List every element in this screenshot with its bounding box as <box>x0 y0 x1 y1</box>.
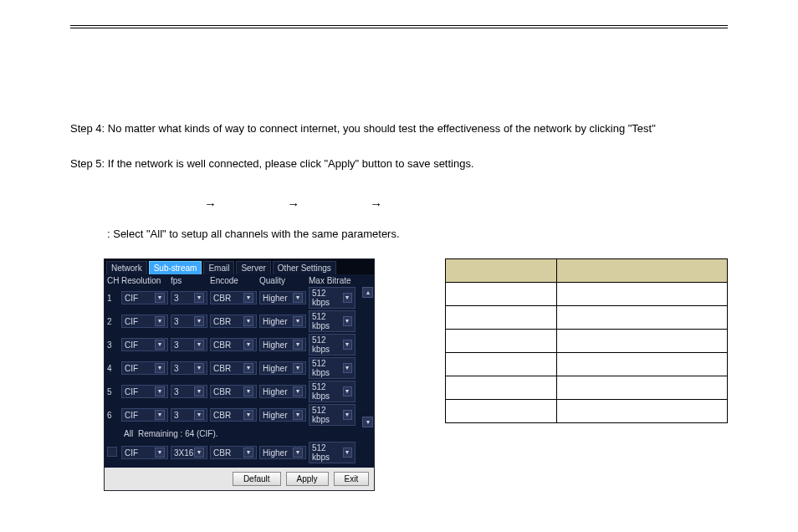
all-resolution-select[interactable]: CIF▾ <box>121 446 168 459</box>
chevron-down-icon: ▾ <box>155 293 165 303</box>
chevron-down-icon: ▾ <box>243 410 253 420</box>
parameter-table <box>445 258 728 423</box>
fps-select[interactable]: 3▾ <box>171 385 207 398</box>
encode-select[interactable]: CBR▾ <box>210 338 257 351</box>
encode-select[interactable]: CBR▾ <box>210 315 257 328</box>
param-name <box>446 330 557 353</box>
chevron-down-icon: ▾ <box>155 316 165 326</box>
quality-select[interactable]: Higher▾ <box>259 291 306 304</box>
chevron-down-icon: ▾ <box>243 340 253 350</box>
all-checkbox[interactable] <box>107 447 117 457</box>
channel-number: 6 <box>107 411 119 420</box>
col-fps: fps <box>171 276 207 285</box>
resolution-select[interactable]: CIF▾ <box>121 338 168 351</box>
param-value <box>557 283 728 306</box>
resolution-select-value: CIF <box>125 294 138 303</box>
all-quality-select[interactable]: Higher▾ <box>259 446 306 459</box>
resolution-select[interactable]: CIF▾ <box>121 408 168 422</box>
fps-select-value: 3 <box>174 411 179 420</box>
col-quality: Quality <box>259 276 306 285</box>
all-encode-select[interactable]: CBR▾ <box>210 446 257 459</box>
fps-select[interactable]: 3▾ <box>171 315 207 328</box>
encode-select[interactable]: CBR▾ <box>210 291 257 304</box>
resolution-select-value: CIF <box>125 364 138 373</box>
exit-button[interactable]: Exit <box>334 472 370 486</box>
scroll-up-icon[interactable]: ▴ <box>362 287 373 298</box>
param-value <box>557 306 728 330</box>
chevron-down-icon: ▾ <box>293 386 303 396</box>
dvr-tabs: Network Sub-stream Email Server Other Se… <box>105 259 374 274</box>
quality-select-value: Higher <box>263 364 287 373</box>
chevron-down-icon: ▾ <box>155 386 165 396</box>
fps-select[interactable]: 3▾ <box>171 291 207 304</box>
param-head-1 <box>446 259 557 283</box>
all-fps-select[interactable]: 3X16▾ <box>171 446 207 459</box>
resolution-select-value: CIF <box>125 340 138 350</box>
bitrate-select[interactable]: 512 kbps▾ <box>309 334 356 356</box>
quality-select[interactable]: Higher▾ <box>259 361 306 375</box>
scroll-down-icon[interactable]: ▾ <box>362 417 373 427</box>
tab-other-settings[interactable]: Other Settings <box>273 261 336 274</box>
tab-network[interactable]: Network <box>106 261 147 274</box>
table-header: CH Resolution fps Encode Quality Max Bit… <box>107 276 371 285</box>
chevron-down-icon: ▾ <box>343 293 352 303</box>
scrollbar[interactable]: ▴ ▾ <box>362 287 371 427</box>
chevron-down-icon: ▾ <box>194 363 204 373</box>
remaining-text: Remaining : 64 (CIF). <box>138 429 218 438</box>
param-name <box>446 283 557 306</box>
table-row: 1CIF▾3▾CBR▾Higher▾512 kbps▾ <box>107 287 361 309</box>
channel-number: 5 <box>107 387 119 396</box>
resolution-select[interactable]: CIF▾ <box>121 315 168 328</box>
resolution-select[interactable]: CIF▾ <box>121 291 168 304</box>
channel-number: 4 <box>107 364 119 373</box>
param-name <box>446 353 557 376</box>
bitrate-select[interactable]: 512 kbps▾ <box>309 381 356 402</box>
chevron-down-icon: ▾ <box>194 293 204 303</box>
table-row: 6CIF▾3▾CBR▾Higher▾512 kbps▾ <box>107 404 361 426</box>
encode-select[interactable]: CBR▾ <box>210 408 257 422</box>
note-text: : Select "All" to setup all channels wit… <box>107 228 728 240</box>
chevron-down-icon: ▾ <box>293 293 303 303</box>
quality-select[interactable]: Higher▾ <box>259 385 306 398</box>
encode-select[interactable]: CBR▾ <box>210 385 257 398</box>
encode-select-value: CBR <box>213 387 231 396</box>
tab-sub-stream[interactable]: Sub-stream <box>149 261 202 274</box>
bitrate-select-value: 512 kbps <box>312 406 343 424</box>
quality-select[interactable]: Higher▾ <box>259 315 306 328</box>
param-value <box>557 400 728 423</box>
fps-select[interactable]: 3▾ <box>171 361 207 375</box>
bitrate-select[interactable]: 512 kbps▾ <box>309 287 356 309</box>
dvr-panel: Network Sub-stream Email Server Other Se… <box>104 258 375 491</box>
quality-select-value: Higher <box>263 317 287 326</box>
chevron-down-icon: ▾ <box>343 386 352 396</box>
table-row: 3CIF▾3▾CBR▾Higher▾512 kbps▾ <box>107 334 361 356</box>
bitrate-select[interactable]: 512 kbps▾ <box>309 404 356 426</box>
tab-server[interactable]: Server <box>236 261 270 274</box>
bitrate-select[interactable]: 512 kbps▾ <box>309 357 356 379</box>
param-value <box>557 330 728 353</box>
bitrate-select[interactable]: 512 kbps▾ <box>309 310 356 332</box>
chevron-down-icon: ▾ <box>343 448 352 458</box>
chevron-down-icon: ▾ <box>293 363 303 373</box>
fps-select[interactable]: 3▾ <box>171 408 207 422</box>
channel-number: 1 <box>107 294 119 303</box>
encode-select-value: CBR <box>213 317 231 326</box>
chevron-down-icon: ▾ <box>155 363 165 373</box>
quality-select[interactable]: Higher▾ <box>259 338 306 351</box>
chevron-down-icon: ▾ <box>293 316 303 326</box>
channel-number: 3 <box>107 340 119 350</box>
all-row: CIF▾ 3X16▾ CBR▾ Higher▾ 512 kbps▾ <box>107 442 371 463</box>
param-value <box>557 353 728 376</box>
default-button[interactable]: Default <box>233 472 281 486</box>
fps-select[interactable]: 3▾ <box>171 338 207 351</box>
chevron-down-icon: ▾ <box>194 316 204 326</box>
resolution-select[interactable]: CIF▾ <box>121 361 168 375</box>
resolution-select[interactable]: CIF▾ <box>121 385 168 398</box>
tab-email[interactable]: Email <box>203 261 234 274</box>
quality-select[interactable]: Higher▾ <box>259 408 306 422</box>
encode-select[interactable]: CBR▾ <box>210 361 257 375</box>
apply-button[interactable]: Apply <box>286 472 329 486</box>
all-bitrate-select[interactable]: 512 kbps▾ <box>309 442 356 463</box>
table-row: 2CIF▾3▾CBR▾Higher▾512 kbps▾ <box>107 310 361 332</box>
chevron-down-icon: ▾ <box>194 448 204 458</box>
